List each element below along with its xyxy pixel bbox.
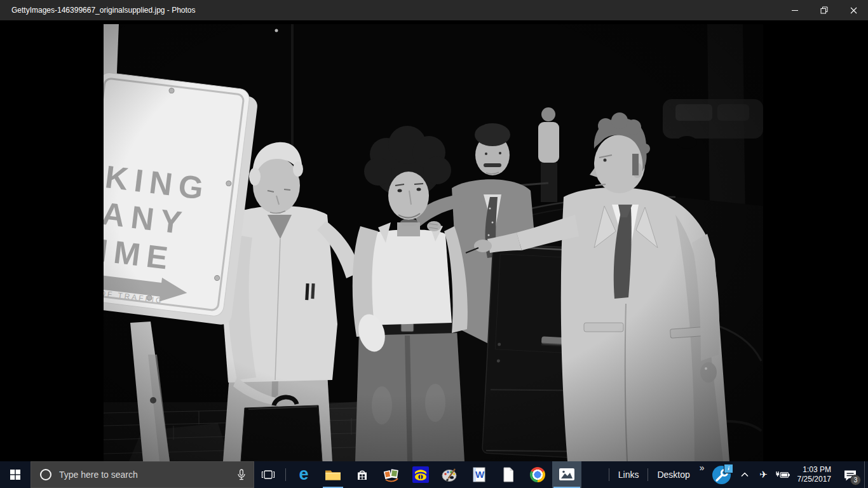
minimize-button[interactable] — [780, 0, 810, 20]
task-view-icon — [261, 470, 275, 480]
close-button[interactable] — [839, 0, 868, 20]
cortana-icon — [40, 469, 51, 480]
info-badge: i — [724, 464, 733, 473]
hidden-icons-button[interactable] — [735, 461, 754, 488]
taskbar-separator — [285, 468, 286, 481]
action-center-button[interactable]: 3 — [836, 461, 864, 488]
taskbar-store-button[interactable] — [348, 461, 377, 488]
word-letter: W — [475, 469, 485, 480]
taskbar-image-viewer-button[interactable] — [406, 461, 435, 488]
chevron-up-icon — [741, 472, 749, 477]
photos-icon — [559, 468, 574, 481]
task-view-button[interactable] — [254, 461, 282, 488]
start-button[interactable] — [0, 461, 31, 488]
chrome-icon — [530, 467, 545, 482]
links-toolbar[interactable]: Links — [613, 461, 645, 488]
minimize-icon — [792, 7, 798, 13]
airplane-mode-button[interactable]: ✈ — [754, 461, 773, 488]
taskbar-document-app-button[interactable] — [494, 461, 523, 488]
microphone-icon[interactable] — [237, 469, 246, 480]
window-controls — [780, 0, 868, 20]
file-explorer-icon — [325, 468, 341, 481]
taskbar: e — [0, 461, 868, 488]
airplane-icon: ✈ — [759, 469, 768, 480]
toolbar-separator-2 — [648, 468, 648, 481]
titlebar: GettyImages-146399667_originalsupplied.j… — [0, 0, 868, 20]
screen: GettyImages-146399667_originalsupplied.j… — [0, 0, 868, 488]
toolbar-expand-chevron[interactable]: » — [696, 461, 709, 473]
taskbar-file-explorer-button[interactable] — [318, 461, 348, 488]
clock-time: 1:03 PM — [803, 465, 831, 475]
palette-brush-icon — [442, 468, 458, 482]
search-input[interactable] — [58, 469, 237, 480]
restore-icon — [820, 6, 828, 14]
taskbar-chrome-button[interactable] — [523, 461, 552, 488]
edge-icon: e — [299, 466, 308, 483]
windows-logo-icon — [10, 470, 20, 480]
clock-date: 7/25/2017 — [797, 475, 831, 484]
vignette — [104, 24, 763, 461]
toolbar-separator — [609, 468, 609, 481]
photo-viewer-canvas: KING ANY IME PT OF TRAFFIC — [0, 20, 868, 461]
word-icon: W — [471, 467, 487, 482]
battery-status-button[interactable] — [773, 461, 792, 488]
restore-button[interactable] — [810, 0, 839, 20]
photo-image[interactable]: KING ANY IME PT OF TRAFFIC — [104, 24, 763, 461]
taskbar-photos-button[interactable] — [552, 461, 581, 488]
window-title: GettyImages-146399667_originalsupplied.j… — [0, 6, 196, 15]
show-desktop-button[interactable] — [864, 461, 868, 488]
close-icon — [850, 7, 857, 14]
photo-collage-icon — [383, 467, 400, 482]
taskbar-paint-app-button[interactable] — [435, 461, 465, 488]
tray-utility-app-button[interactable]: i — [709, 461, 735, 488]
notification-count-badge: 3 — [850, 475, 861, 485]
taskbar-search[interactable] — [31, 461, 254, 488]
blank-document-icon — [502, 467, 515, 482]
blue-eye-icon — [412, 466, 429, 483]
desktop-toolbar[interactable]: Desktop — [651, 461, 695, 488]
taskbar-word-button[interactable]: W — [465, 461, 494, 488]
taskbar-collage-app-button[interactable] — [377, 461, 406, 488]
taskbar-clock[interactable]: 1:03 PM 7/25/2017 — [792, 461, 836, 488]
wrench-tool-icon: i — [712, 466, 731, 484]
taskbar-edge-button[interactable]: e — [289, 461, 318, 488]
battery-charging-icon — [775, 470, 790, 479]
store-bag-icon — [355, 468, 369, 482]
taskbar-spacer — [581, 461, 606, 488]
